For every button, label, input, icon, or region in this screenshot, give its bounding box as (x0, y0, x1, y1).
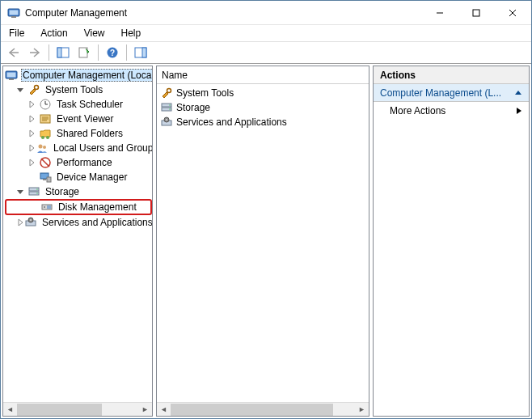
console-tree[interactable]: Computer Management (Local System Tools (3, 66, 152, 402)
svg-point-19 (35, 86, 39, 90)
list-body[interactable]: System Tools Storage Services and Applic… (157, 84, 369, 402)
tree-label: Task Scheduler (55, 99, 125, 110)
storage-icon (160, 101, 173, 114)
tree-pane: Computer Management (Local System Tools (2, 66, 153, 417)
svg-rect-4 (473, 10, 479, 16)
tree-label: Disk Management (57, 201, 138, 213)
svg-text:?: ? (110, 49, 115, 57)
tree-label: System Tools (44, 84, 104, 95)
scroll-right-icon[interactable]: ► (355, 403, 369, 417)
expand-toggle[interactable] (27, 115, 39, 123)
list-hscrollbar[interactable]: ◄ ► (157, 402, 369, 416)
tree-node-task-scheduler[interactable]: Task Scheduler (5, 97, 152, 112)
tree-label: Storage (44, 186, 81, 197)
show-hide-action-pane-button[interactable] (131, 44, 150, 61)
svg-rect-18 (9, 78, 14, 80)
app-icon (7, 6, 20, 19)
svg-point-50 (169, 108, 171, 110)
title-bar: Computer Management (1, 1, 531, 25)
properties-button[interactable] (74, 44, 94, 61)
expand-toggle[interactable] (16, 218, 24, 226)
tree-node-disk-management[interactable]: Disk Management (5, 199, 152, 215)
menu-action[interactable]: Action (37, 26, 70, 40)
tree-node-shared-folders[interactable]: Shared Folders (5, 126, 152, 141)
computer-management-icon (5, 69, 18, 82)
services-icon (24, 216, 37, 229)
device-manager-icon (39, 171, 52, 184)
svg-rect-34 (43, 179, 46, 180)
tree-node-services-apps[interactable]: Services and Applications (5, 215, 152, 230)
back-button[interactable] (4, 44, 23, 61)
collapse-toggle[interactable] (16, 86, 27, 94)
tree-node-device-manager[interactable]: Device Manager (5, 170, 152, 184)
list-column-header[interactable]: Name (157, 66, 369, 84)
close-button[interactable] (494, 1, 531, 24)
window-title: Computer Management (25, 7, 421, 19)
storage-icon (27, 185, 40, 198)
tree-node-root[interactable]: Computer Management (Local (5, 68, 152, 83)
tree-label: Performance (55, 157, 114, 168)
svg-rect-10 (57, 48, 61, 57)
collapse-toggle[interactable] (16, 188, 27, 196)
scroll-right-icon[interactable]: ► (138, 403, 152, 417)
svg-rect-17 (7, 73, 16, 78)
minimize-button[interactable] (421, 1, 458, 24)
expand-toggle[interactable] (27, 144, 36, 152)
svg-rect-2 (11, 16, 16, 18)
list-item-system-tools[interactable]: System Tools (157, 86, 369, 100)
toolbar: ? (1, 41, 531, 64)
tree-hscrollbar[interactable]: ◄ ► (3, 402, 152, 416)
list-item-services-apps[interactable]: Services and Applications (157, 115, 369, 129)
scroll-left-icon[interactable]: ◄ (3, 403, 17, 417)
actions-pane: Actions Computer Management (L... More A… (373, 66, 530, 417)
actions-more-actions[interactable]: More Actions (374, 102, 529, 120)
scroll-thumb[interactable] (17, 404, 102, 416)
column-name-header[interactable]: Name (162, 70, 188, 81)
list-item-label: Storage (176, 102, 210, 113)
tree-node-system-tools[interactable]: System Tools (5, 83, 152, 97)
menu-view[interactable]: View (81, 26, 108, 40)
menu-help[interactable]: Help (118, 26, 145, 40)
svg-rect-42 (47, 205, 51, 209)
performance-icon (39, 156, 52, 169)
menu-bar: File Action View Help (1, 25, 531, 41)
actions-group-header[interactable]: Computer Management (L... (374, 84, 529, 102)
svg-point-28 (46, 136, 49, 139)
scroll-left-icon[interactable]: ◄ (157, 403, 171, 417)
scroll-track[interactable] (17, 403, 138, 417)
svg-rect-35 (47, 177, 51, 182)
svg-point-45 (30, 219, 32, 221)
menu-file[interactable]: File (6, 26, 27, 40)
forward-button[interactable] (25, 44, 44, 61)
tree-node-event-viewer[interactable]: Event Viewer (5, 112, 152, 126)
tree-label: Services and Applications (40, 217, 152, 228)
show-hide-tree-button[interactable] (53, 44, 73, 61)
expand-toggle[interactable] (27, 129, 39, 138)
list-item-label: System Tools (176, 87, 234, 99)
expand-toggle[interactable] (27, 159, 39, 167)
content-area: Computer Management (Local System Tools (1, 64, 531, 418)
actions-header: Actions (374, 66, 529, 84)
scroll-track[interactable] (171, 403, 355, 417)
tools-icon (160, 87, 173, 99)
list-item-storage[interactable]: Storage (157, 100, 369, 115)
toolbar-separator (98, 44, 99, 61)
tree-node-local-users[interactable]: Local Users and Groups (5, 141, 152, 155)
clock-icon (39, 98, 52, 111)
svg-point-30 (43, 146, 46, 149)
tree-node-storage[interactable]: Storage (5, 184, 152, 199)
maximize-button[interactable] (458, 1, 494, 24)
svg-rect-15 (142, 48, 146, 57)
window-frame: Computer Management File Action View Hel… (0, 0, 532, 419)
actions-group-label: Computer Management (L... (380, 87, 501, 99)
svg-point-49 (169, 104, 171, 106)
scroll-thumb[interactable] (171, 404, 333, 416)
help-button[interactable]: ? (103, 44, 122, 61)
tree-label: Computer Management (Local (21, 69, 152, 82)
svg-point-53 (166, 119, 167, 121)
tree-node-performance[interactable]: Performance (5, 155, 152, 170)
tree-label: Event Viewer (55, 113, 115, 125)
window-controls (421, 1, 531, 24)
svg-point-41 (44, 206, 45, 208)
expand-toggle[interactable] (27, 100, 39, 108)
